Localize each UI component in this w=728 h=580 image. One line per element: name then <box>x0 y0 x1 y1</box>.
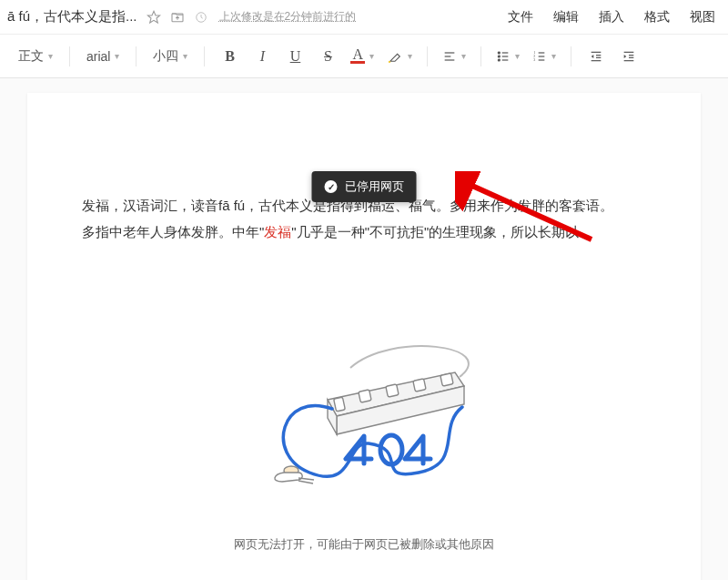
canvas: 发福，汉语词汇，读音fā fú，古代本义是指得到福运、福气。多用来作为发胖的客套… <box>0 78 728 580</box>
font-label: arial <box>86 49 110 64</box>
header-icons: 上次修改是在2分钟前进行的 <box>147 9 357 25</box>
svg-rect-31 <box>413 379 426 392</box>
svg-rect-32 <box>440 373 453 386</box>
document-page[interactable]: 发福，汉语词汇，读音fā fú，古代本义是指得到福运、福气。多用来作为发胖的客套… <box>27 93 701 580</box>
font-select[interactable]: arial ▾ <box>81 46 125 67</box>
svg-point-6 <box>498 52 500 54</box>
svg-point-8 <box>498 59 500 61</box>
chevron-down-icon: ▾ <box>48 51 53 61</box>
chevron-down-icon: ▾ <box>115 51 119 61</box>
menu-bar: 文件 编辑 插入 格式 视图 <box>508 9 721 25</box>
italic-button[interactable]: I <box>248 43 276 70</box>
outdent-button[interactable] <box>582 43 610 70</box>
highlight-icon <box>387 48 403 65</box>
menu-insert[interactable]: 插入 <box>599 9 624 25</box>
header-bar: ā fú，古代本义是指... 上次修改是在2分钟前进行的 文件 编辑 插入 格式… <box>0 0 728 35</box>
menu-file[interactable]: 文件 <box>508 9 533 25</box>
svg-text:3: 3 <box>533 57 535 62</box>
svg-point-7 <box>498 56 500 57</box>
bold-button[interactable]: B <box>216 43 243 70</box>
align-button[interactable]: ▾ <box>439 43 470 70</box>
error-footer-text: 网页无法打开，可能由于网页已被删除或其他原因 <box>82 536 646 553</box>
move-folder-icon[interactable] <box>170 10 185 25</box>
svg-marker-0 <box>147 11 159 23</box>
toast-text: 已停用网页 <box>345 178 404 195</box>
star-icon[interactable] <box>147 10 161 25</box>
doc-title: ā fú，古代本义是指... <box>7 8 137 25</box>
font-size-label: 小四 <box>153 48 178 65</box>
font-size-select[interactable]: 小四 ▾ <box>147 45 193 68</box>
text-span: 多指中老年人身体发胖。中年" <box>82 224 264 239</box>
separator <box>480 46 481 66</box>
chevron-down-icon: ▾ <box>461 51 466 61</box>
ellipsis: ... <box>579 224 591 239</box>
highlight-text: 发福 <box>264 224 291 239</box>
separator <box>69 46 70 66</box>
check-circle-icon: ✓ <box>325 180 338 193</box>
chevron-down-icon: ▾ <box>515 51 520 61</box>
strike-button[interactable]: S <box>314 43 341 70</box>
menu-format[interactable]: 格式 <box>644 9 670 25</box>
paragraph-style-select[interactable]: 正文 ▾ <box>13 45 58 68</box>
svg-rect-29 <box>359 390 371 402</box>
underline-button[interactable]: U <box>281 43 308 70</box>
menu-edit[interactable]: 编辑 <box>553 9 579 25</box>
last-modified[interactable]: 上次修改是在2分钟前进行的 <box>219 9 357 25</box>
paragraph-style-label: 正文 <box>18 48 44 65</box>
separator <box>204 46 205 66</box>
separator <box>571 46 571 66</box>
toolbar: 正文 ▾ arial ▾ 小四 ▾ B I U S A ▾ ▾ ▾ ▾ 123 … <box>0 35 728 78</box>
unordered-list-button[interactable]: ▾ <box>492 43 523 70</box>
text-span: "几乎是一种"不可抗拒"的生理现象，所以长期以 <box>291 224 579 239</box>
svg-rect-30 <box>386 384 399 397</box>
highlight-color-button[interactable]: ▾ <box>383 43 416 70</box>
menu-view[interactable]: 视图 <box>690 9 715 25</box>
error-illustration <box>82 336 646 500</box>
text-color-button[interactable]: A ▾ <box>347 43 378 70</box>
chevron-down-icon: ▾ <box>369 51 374 61</box>
chevron-down-icon: ▾ <box>408 51 412 61</box>
chevron-down-icon: ▾ <box>551 51 556 61</box>
separator <box>427 46 428 66</box>
toast-notification: ✓ 已停用网页 <box>312 171 417 202</box>
svg-rect-33 <box>334 397 346 412</box>
indent-button[interactable] <box>615 43 642 70</box>
separator <box>136 46 136 66</box>
chevron-down-icon: ▾ <box>183 51 187 61</box>
svg-line-37 <box>298 481 313 483</box>
history-icon[interactable] <box>194 10 208 25</box>
text-color-sample: A <box>350 48 365 64</box>
ordered-list-button[interactable]: 123 ▾ <box>529 43 560 70</box>
